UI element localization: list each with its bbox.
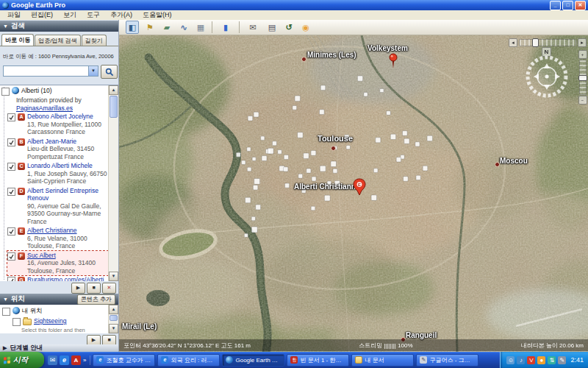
map-label[interactable]: Alberti Christianne xyxy=(294,183,359,191)
map-label[interactable]: Mirail (Le) xyxy=(122,322,157,330)
Lonardo Alberti Michele[interactable]: C Lonardo Alberti Michele 1, Rue Joseph … xyxy=(7,161,108,186)
tray-pen-icon[interactable]: ✎ xyxy=(558,356,566,364)
map-label[interactable]: Minimes (Les) xyxy=(307,51,356,59)
checkbox[interactable] xyxy=(7,138,15,146)
print-icon[interactable]: ▤ xyxy=(266,21,278,33)
layers-panel-header[interactable]: ▶ 단계별 안내 xyxy=(0,344,118,352)
taskbar-window-button[interactable]: ✎ 구글어스 - 그림판 xyxy=(416,354,478,367)
map-label[interactable]: Rangueil xyxy=(406,331,437,339)
places-panel-header[interactable]: ▼ 위치 콘텐츠 추가 xyxy=(0,294,118,305)
city-dot-marker[interactable] xyxy=(301,57,306,62)
scroll-up-icon[interactable]: ▲ xyxy=(109,85,118,95)
menu-edit[interactable]: 편집(E) xyxy=(26,10,58,20)
checkbox[interactable] xyxy=(2,308,10,316)
sidebar-toggle-icon[interactable]: ◧ xyxy=(126,21,139,34)
taskbar-window-button[interactable]: 내 문서 xyxy=(351,354,414,367)
quicklaunch-acrobat-icon[interactable]: A xyxy=(71,355,81,365)
zoom-out-button[interactable]: − xyxy=(578,96,587,105)
search-button[interactable] xyxy=(101,65,118,79)
taskbar-window-button[interactable]: Google Earth Pro... xyxy=(222,354,284,367)
add-placemark-icon[interactable]: ⚑ xyxy=(144,21,156,33)
add-polygon-icon[interactable]: ▰ xyxy=(161,21,173,33)
menu-help[interactable]: 도움말(H) xyxy=(137,10,177,20)
tray-network-icon[interactable]: ⇅ xyxy=(548,356,556,364)
tilt-track[interactable] xyxy=(519,39,576,46)
taskbar-window-button[interactable]: 한 빈 문서 1 - 한컴오... xyxy=(287,354,349,367)
tilt-thumb[interactable] xyxy=(532,38,539,47)
checkbox[interactable] xyxy=(7,188,15,196)
tray-update-icon[interactable]: ● xyxy=(537,356,545,364)
city-dot-marker[interactable] xyxy=(331,146,336,151)
checkbox[interactable] xyxy=(12,318,21,326)
fly-to-input[interactable] xyxy=(3,66,90,77)
city-dot-marker[interactable] xyxy=(495,162,500,167)
collapse-icon[interactable]: ▼ xyxy=(3,297,8,302)
add-content-button[interactable]: 콘텐츠 추가 xyxy=(77,294,115,305)
google-earth-icon[interactable]: ◉ xyxy=(300,21,312,33)
dropdown-arrow-icon[interactable]: ▼ xyxy=(88,66,98,77)
search-results-list[interactable]: Alberti (10) Information provided by Pag… xyxy=(0,85,118,281)
Albert Serindel Entreprise Renouv[interactable]: D Albert Serindel Entreprise Renouv 90, … xyxy=(7,186,108,227)
add-path-icon[interactable]: ∿ xyxy=(178,21,190,33)
result-balloon-marker[interactable]: E xyxy=(353,178,366,196)
taskbar-window-button[interactable]: e 조철호 교수가 도... xyxy=(93,354,155,367)
provider-link[interactable]: PaginasAmarillas.es xyxy=(16,105,73,112)
zoom-slider[interactable]: + − xyxy=(578,50,587,105)
expand-icon[interactable]: ▶ xyxy=(3,345,7,351)
Debono Albert Jocelyne[interactable]: A Debono Albert Jocelyne 13, Rue Montpel… xyxy=(7,112,108,137)
tab-find-businesses[interactable]: 업종/업체 검색 xyxy=(35,35,80,46)
quicklaunch-internet-explorer-icon[interactable]: e xyxy=(60,355,69,365)
maximize-button[interactable]: □ xyxy=(562,1,573,10)
checkbox[interactable] xyxy=(7,252,15,261)
zoom-thumb[interactable] xyxy=(578,75,587,81)
tray-antivirus-icon[interactable]: V xyxy=(527,356,535,364)
scroll-up-icon[interactable]: ▲ xyxy=(109,305,118,314)
checkbox[interactable] xyxy=(7,163,15,171)
quick-launch-overflow-icon[interactable]: » xyxy=(83,357,86,364)
collapse-icon[interactable]: ▼ xyxy=(3,24,8,29)
tilt-left-icon[interactable]: ◄ xyxy=(509,38,517,47)
zoom-track[interactable] xyxy=(579,60,587,95)
tray-messenger-icon[interactable]: ☺ xyxy=(506,356,514,364)
tray-volume-icon[interactable]: ♪ xyxy=(517,356,525,364)
result-name[interactable]: Suc Albert xyxy=(27,252,56,259)
search-panel-header[interactable]: ▼ 검색 xyxy=(0,21,118,32)
my-places-item[interactable]: 내 위치 xyxy=(2,306,108,316)
checkbox[interactable] xyxy=(7,227,15,236)
Ruralturismo.com/es/Alberti[interactable]: G Ruralturismo.com/es/Alberti C/ Cana 17… xyxy=(7,275,108,281)
results-scrollbar[interactable]: ▲ ▼ xyxy=(108,85,118,281)
quicklaunch-mail-icon[interactable]: ✉ xyxy=(48,355,57,365)
search-result-root[interactable]: Alberti (10) xyxy=(1,86,108,96)
start-button[interactable]: 시작 xyxy=(0,352,44,368)
minimize-button[interactable]: _ xyxy=(550,1,561,10)
menu-view[interactable]: 보기 xyxy=(58,10,82,20)
ruler-icon[interactable]: ▮ xyxy=(212,21,234,33)
result-name[interactable]: Albert Christianne xyxy=(27,227,77,234)
stop-tour-button[interactable]: ■ xyxy=(87,283,101,294)
Albert Christianne[interactable]: E Albert Christianne 6, Rue Velane, 3100… xyxy=(7,226,108,251)
result-name[interactable]: Albert Jean-Marie xyxy=(27,138,76,145)
tilt-right-icon[interactable]: ► xyxy=(578,38,587,47)
menu-file[interactable]: 파일 xyxy=(2,10,26,20)
scroll-down-icon[interactable]: ▼ xyxy=(109,272,118,281)
menu-add[interactable]: 추가(A) xyxy=(105,10,137,20)
map-viewport[interactable]: Minimes (Les) Volkeystem Toulouse Moscou… xyxy=(119,35,588,352)
close-button[interactable]: ✕ xyxy=(575,1,586,10)
checkbox[interactable] xyxy=(7,113,15,121)
scroll-thumb[interactable] xyxy=(110,315,118,321)
map-label[interactable]: Moscou xyxy=(500,157,528,165)
result-name[interactable]: Debono Albert Jocelyne xyxy=(27,113,93,120)
result-name[interactable]: Albert Serindel Entreprise Renouv xyxy=(27,187,98,202)
scroll-down-icon[interactable]: ▼ xyxy=(109,324,118,333)
Suc Albert[interactable]: F Suc Albert 16, Avenue Jules, 31400 Tou… xyxy=(7,251,108,276)
pushpin-marker[interactable] xyxy=(388,53,398,69)
tab-fly-to[interactable]: 바로 이동 xyxy=(1,34,34,46)
email-icon[interactable]: ✉ xyxy=(239,21,261,33)
compass-navigator[interactable] xyxy=(523,53,570,100)
tilt-slider[interactable]: ◄ ► xyxy=(509,38,587,47)
map-label[interactable]: Toulouse xyxy=(318,134,353,143)
places-scrollbar[interactable]: ▲ ▼ xyxy=(108,305,118,333)
result-name[interactable]: Ruralturismo.com/es/Alberti xyxy=(27,276,104,281)
checkbox[interactable] xyxy=(1,88,10,96)
play-tour-button[interactable]: ▶ xyxy=(71,283,85,294)
